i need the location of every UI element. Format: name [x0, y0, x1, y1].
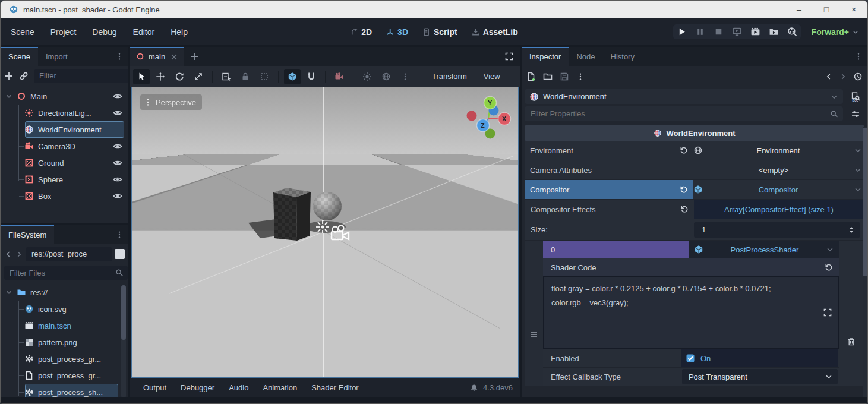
new-resource-button[interactable] — [526, 72, 536, 81]
menu-scene[interactable]: Scene — [5, 24, 40, 40]
view-menu[interactable]: View — [476, 72, 507, 81]
preview-environment-button[interactable] — [378, 69, 394, 84]
resource-menu-button[interactable] — [576, 72, 585, 81]
file-tree-scrollbar[interactable] — [121, 285, 126, 397]
property-row-size[interactable]: Size: 1 — [525, 219, 864, 241]
property-row-compositor-effects[interactable]: Compositor Effects Array[CompositorEffec… — [525, 200, 864, 219]
menu-help[interactable]: Help — [165, 24, 194, 40]
file-main-tscn[interactable]: main.tscn — [1, 317, 128, 334]
switch-2d-button[interactable]: 2D — [345, 24, 377, 40]
directional-light-gizmo[interactable] — [316, 220, 329, 233]
notification-bell-icon[interactable] — [470, 384, 478, 392]
perspective-menu[interactable]: Perspective — [140, 94, 202, 110]
scene-node-camera3d[interactable]: Camera3D — [1, 138, 128, 154]
menu-debug[interactable]: Debug — [86, 24, 122, 40]
panel-output[interactable]: Output — [137, 380, 172, 395]
switch-script-button[interactable]: Script — [418, 24, 462, 40]
scene-dock-menu-button[interactable] — [111, 47, 128, 66]
file-post-process-grayscale-glsl[interactable]: post_process_gr... — [1, 367, 128, 384]
visibility-eye-icon[interactable] — [113, 108, 122, 118]
inspector-menu-button[interactable] — [850, 47, 867, 66]
object-history-button[interactable] — [853, 72, 863, 81]
remote-debug-button[interactable] — [732, 27, 742, 37]
property-row-camera-attributes[interactable]: Camera Attributes <empty> — [525, 160, 864, 180]
revert-icon[interactable] — [680, 205, 689, 213]
edited-node-selector[interactable]: WorldEnvironment — [525, 89, 843, 104]
scale-mode-button[interactable] — [190, 69, 207, 84]
filesystem-menu-button[interactable] — [111, 225, 128, 244]
inspector-scrollbar[interactable] — [863, 127, 867, 397]
file-filter[interactable] — [4, 266, 128, 280]
property-filter[interactable] — [525, 106, 843, 121]
scene-node-sphere[interactable]: Sphere — [1, 171, 128, 188]
preview-sun-button[interactable] — [359, 69, 375, 84]
element-drag-handle[interactable] — [525, 241, 543, 386]
move-mode-button[interactable] — [152, 69, 169, 84]
file-res-root[interactable]: res:// — [1, 284, 128, 301]
close-tab-icon[interactable] — [169, 52, 178, 61]
element-index[interactable]: 0 — [543, 241, 689, 258]
renderer-selector[interactable]: Forward+ — [812, 27, 859, 37]
shader-code-header[interactable]: Shader Code — [543, 258, 839, 276]
box-mesh[interactable] — [273, 188, 311, 241]
file-filter-input[interactable] — [8, 268, 115, 278]
tab-inspector[interactable]: Inspector — [522, 47, 569, 66]
camera-override-button[interactable] — [331, 69, 348, 84]
size-spinbox[interactable]: 1 — [694, 222, 860, 238]
current-path[interactable] — [26, 247, 112, 261]
file-post-process-grayscale-gd[interactable]: post_process_gr... — [1, 351, 128, 367]
nav-forward-button[interactable] — [15, 250, 23, 258]
scene-node-worldenvironment[interactable]: WorldEnvironment — [1, 121, 128, 138]
load-resource-button[interactable] — [543, 72, 553, 81]
panel-debugger[interactable]: Debugger — [175, 380, 220, 395]
panel-audio[interactable]: Audio — [223, 380, 254, 395]
property-tools-button[interactable] — [847, 109, 864, 119]
property-row-enabled[interactable]: Enabled On — [543, 349, 839, 367]
menu-editor[interactable]: Editor — [127, 24, 161, 40]
history-forward-button[interactable] — [839, 72, 847, 81]
distraction-free-button[interactable] — [498, 47, 520, 66]
open-docs-button[interactable] — [847, 92, 864, 102]
tab-history[interactable]: History — [603, 47, 642, 66]
panel-shader-editor[interactable]: Shader Editor — [305, 380, 365, 395]
expand-code-icon[interactable] — [823, 308, 832, 317]
play-button[interactable] — [677, 27, 687, 37]
tab-import[interactable]: Import — [38, 47, 75, 66]
save-resource-button[interactable] — [560, 72, 569, 81]
property-row-environment[interactable]: Environment Environment — [525, 141, 864, 160]
file-icon-svg[interactable]: icon.svg — [1, 301, 128, 317]
split-mode-button[interactable] — [115, 249, 125, 259]
pause-button[interactable] — [695, 27, 705, 37]
new-scene-tab-button[interactable] — [184, 47, 205, 66]
property-row-effect-callback-type[interactable]: Effect Callback Type Post Transparent — [543, 367, 839, 386]
shader-code-editor[interactable]: float gray = color.r * 0.2125 + color.g … — [543, 276, 839, 349]
scene-filter-input[interactable] — [38, 71, 128, 81]
transform-menu[interactable]: Transform — [425, 72, 474, 81]
property-value[interactable]: Environment — [703, 146, 854, 155]
file-post-process-shader[interactable]: post_process_sh... — [1, 384, 128, 397]
property-row-compositor[interactable]: Compositor Compositor — [525, 180, 864, 200]
lock-node-button[interactable] — [237, 69, 254, 84]
list-select-button[interactable] — [218, 69, 235, 84]
scene-tab-main[interactable]: main — [130, 47, 184, 66]
scene-node-box[interactable]: Box — [1, 188, 128, 204]
scene-node-ground[interactable]: Ground — [1, 154, 128, 171]
add-node-button[interactable] — [4, 71, 14, 81]
collapse-arrow-icon[interactable] — [5, 288, 12, 296]
axis-gizmo[interactable]: Y X Z — [467, 97, 511, 139]
menu-project[interactable]: Project — [45, 24, 83, 40]
visibility-eye-icon[interactable] — [113, 191, 122, 201]
delete-element-button[interactable] — [839, 241, 864, 386]
nav-back-button[interactable] — [4, 250, 12, 258]
sphere-mesh[interactable] — [313, 192, 342, 220]
viewport-3d[interactable]: Y X Z Perspective — [131, 87, 519, 378]
array-value-button[interactable]: Array[CompositorEffect] (size 1) — [694, 200, 864, 219]
visibility-eye-icon[interactable] — [113, 91, 122, 101]
file-pattern-png[interactable]: pattern.png — [1, 334, 128, 351]
tab-filesystem[interactable]: FileSystem — [1, 225, 54, 244]
visibility-eye-icon[interactable] — [113, 175, 122, 184]
property-value[interactable]: <empty> — [693, 166, 854, 175]
panel-animation[interactable]: Animation — [257, 380, 303, 395]
callback-type-dropdown[interactable]: Post Transparent — [682, 369, 838, 384]
property-filter-input[interactable] — [529, 109, 826, 119]
